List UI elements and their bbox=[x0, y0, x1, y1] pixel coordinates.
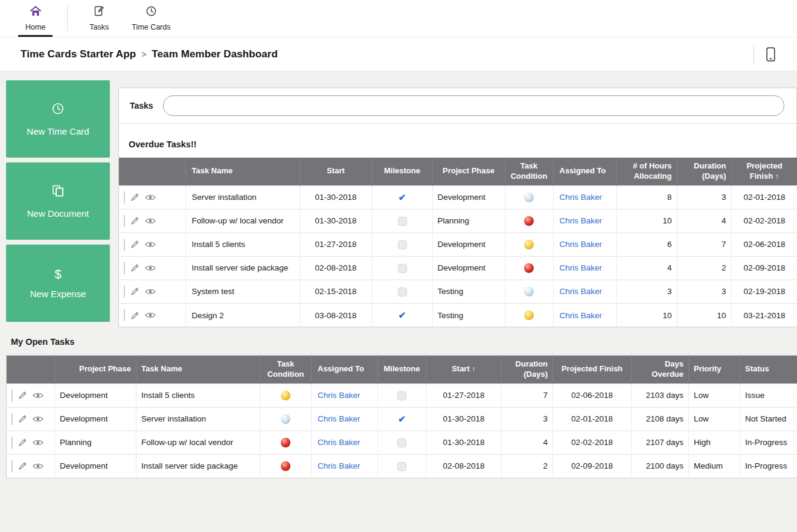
assigned-user-link[interactable]: Chris Baker bbox=[318, 414, 360, 423]
col-start[interactable]: Start ↑ bbox=[426, 356, 502, 384]
edit-pencil-icon[interactable] bbox=[18, 391, 27, 400]
duration-cell: 3 bbox=[677, 185, 731, 209]
document-icon bbox=[51, 184, 65, 200]
col-start[interactable]: Start bbox=[299, 158, 372, 185]
row-grip bbox=[124, 262, 125, 274]
col-task-condition[interactable]: Task Condition bbox=[260, 356, 312, 384]
hours-allocating-cell: 6 bbox=[616, 232, 677, 256]
tasks-search-row: Tasks bbox=[119, 88, 796, 124]
view-eye-icon[interactable] bbox=[145, 217, 156, 225]
project-phase-cell: Planning bbox=[432, 209, 505, 232]
task-name-cell: Server installation bbox=[185, 185, 299, 209]
edit-pencil-icon[interactable] bbox=[18, 438, 27, 447]
breadcrumb-app-name[interactable]: Time Cards Starter App bbox=[21, 48, 136, 60]
view-eye-icon[interactable] bbox=[33, 463, 43, 470]
assigned-to-cell: Chris Baker bbox=[312, 383, 378, 407]
condition-orb-icon bbox=[524, 216, 534, 226]
col-task-condition[interactable]: Task Condition bbox=[505, 158, 553, 185]
start-date-cell: 01-30-2018 bbox=[426, 431, 502, 454]
col-duration[interactable]: Duration (Days) bbox=[677, 158, 731, 185]
col-duration[interactable]: Duration (Days) bbox=[502, 356, 553, 384]
assigned-user-link[interactable]: Chris Baker bbox=[560, 287, 603, 296]
row-grip bbox=[124, 309, 125, 321]
projected-finish-cell: 03-21-2018 bbox=[731, 303, 797, 327]
start-date-cell: 01-30-2018 bbox=[299, 209, 372, 232]
tab-tasks-label: Tasks bbox=[89, 23, 109, 31]
new-time-card-button[interactable]: New Time Card bbox=[6, 80, 110, 158]
col-projected-finish[interactable]: Projected Finish bbox=[553, 356, 632, 384]
tasks-search-input[interactable] bbox=[163, 95, 784, 116]
tab-time-cards[interactable]: Time Cards bbox=[124, 0, 178, 37]
col-assigned-to[interactable]: Assigned To bbox=[312, 356, 378, 384]
row-grip bbox=[124, 239, 125, 251]
view-eye-icon[interactable] bbox=[33, 392, 43, 399]
dollar-icon: $ bbox=[54, 268, 61, 280]
assigned-user-link[interactable]: Chris Baker bbox=[318, 391, 360, 400]
page-title: Team Member Dashboard bbox=[152, 48, 278, 60]
condition-orb-icon bbox=[524, 263, 534, 273]
col-status[interactable]: Status bbox=[740, 356, 797, 384]
assigned-to-cell: Chris Baker bbox=[553, 185, 616, 209]
edit-pencil-icon[interactable] bbox=[18, 414, 27, 423]
assigned-user-link[interactable]: Chris Baker bbox=[318, 461, 360, 470]
new-document-button[interactable]: New Document bbox=[6, 162, 110, 240]
milestone-checkbox bbox=[398, 287, 407, 296]
view-eye-icon[interactable] bbox=[33, 439, 43, 446]
condition-orb-icon bbox=[281, 438, 290, 447]
my-open-tasks-section: My Open Tasks Project Phase Task Name Ta… bbox=[6, 337, 797, 478]
col-task-name[interactable]: Task Name bbox=[185, 158, 299, 185]
col-milestone[interactable]: Milestone bbox=[378, 356, 426, 384]
start-date-cell: 01-27-2018 bbox=[426, 383, 502, 407]
project-phase-cell: Testing bbox=[432, 280, 505, 303]
duration-cell: 7 bbox=[502, 383, 553, 407]
col-task-name[interactable]: Task Name bbox=[136, 356, 260, 384]
priority-cell: Medium bbox=[689, 454, 740, 478]
phone-icon[interactable] bbox=[765, 46, 776, 63]
tab-home[interactable]: Home bbox=[18, 0, 53, 37]
edit-pencil-icon[interactable] bbox=[130, 263, 139, 272]
assigned-user-link[interactable]: Chris Baker bbox=[560, 216, 603, 225]
col-priority[interactable]: Priority bbox=[689, 356, 740, 384]
duration-cell: 10 bbox=[677, 303, 731, 327]
new-time-card-label: New Time Card bbox=[27, 126, 89, 136]
row-grip bbox=[11, 437, 13, 449]
col-project-phase[interactable]: Project Phase bbox=[432, 158, 505, 185]
days-overdue-cell: 2107 days bbox=[632, 431, 689, 454]
tab-tasks[interactable]: Tasks bbox=[82, 0, 116, 37]
edit-pencil-icon[interactable] bbox=[130, 287, 139, 296]
col-days-overdue[interactable]: Days Overdue bbox=[632, 356, 689, 384]
open-task-row: Development Server installation Chris Ba… bbox=[7, 407, 797, 431]
new-expense-label: New Expense bbox=[30, 289, 86, 299]
assigned-user-link[interactable]: Chris Baker bbox=[318, 438, 360, 447]
assigned-user-link[interactable]: Chris Baker bbox=[560, 263, 603, 272]
view-eye-icon[interactable] bbox=[33, 415, 43, 423]
edit-pencil-icon[interactable] bbox=[18, 461, 27, 470]
assigned-user-link[interactable]: Chris Baker bbox=[560, 240, 603, 249]
overdue-header-row: Task Name Start Milestone Project Phase … bbox=[119, 158, 797, 185]
main-content: New Time Card New Document $ New Expense… bbox=[0, 71, 797, 532]
col-project-phase[interactable]: Project Phase bbox=[55, 356, 136, 384]
assigned-to-cell: Chris Baker bbox=[312, 431, 378, 454]
col-milestone[interactable]: Milestone bbox=[372, 158, 432, 185]
edit-pencil-icon[interactable] bbox=[130, 193, 139, 202]
col-hours-allocating[interactable]: # of Hours Allocating bbox=[616, 158, 677, 185]
milestone-cell bbox=[372, 232, 432, 256]
view-eye-icon[interactable] bbox=[145, 241, 156, 248]
view-eye-icon[interactable] bbox=[145, 312, 156, 319]
view-eye-icon[interactable] bbox=[145, 264, 156, 272]
task-condition-cell bbox=[505, 280, 553, 303]
edit-pencil-icon[interactable] bbox=[130, 240, 139, 249]
edit-pencil-icon[interactable] bbox=[130, 216, 139, 225]
new-expense-button[interactable]: $ New Expense bbox=[6, 245, 110, 322]
edit-pencil-icon[interactable] bbox=[130, 311, 139, 320]
col-assigned-to[interactable]: Assigned To bbox=[553, 158, 616, 185]
days-overdue-cell: 2100 days bbox=[632, 454, 689, 478]
assigned-user-link[interactable]: Chris Baker bbox=[560, 193, 603, 202]
view-eye-icon[interactable] bbox=[145, 288, 156, 295]
milestone-checkbox bbox=[398, 264, 407, 273]
assigned-user-link[interactable]: Chris Baker bbox=[560, 311, 603, 320]
view-eye-icon[interactable] bbox=[145, 194, 156, 201]
projected-finish-cell: 02-06-2018 bbox=[553, 383, 632, 407]
col-projected-finish[interactable]: Projected Finish ↑ bbox=[731, 158, 797, 185]
row-actions-cell bbox=[7, 454, 55, 478]
